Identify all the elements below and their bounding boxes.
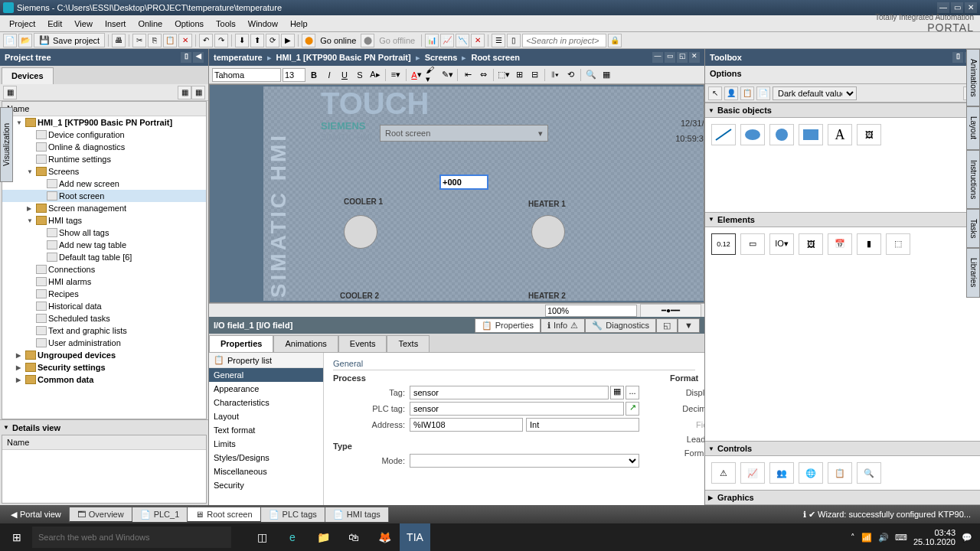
search-input[interactable] bbox=[522, 34, 606, 47]
minimize-button[interactable]: — bbox=[937, 2, 949, 13]
tool-paste[interactable]: 📄 bbox=[756, 86, 770, 100]
ellipse-object[interactable] bbox=[740, 124, 765, 145]
subtab-texts[interactable]: Texts bbox=[387, 335, 430, 352]
menu-insert[interactable]: Insert bbox=[99, 18, 132, 30]
menu-options[interactable]: Options bbox=[168, 18, 210, 30]
tree-row[interactable]: ▶Common data bbox=[2, 373, 206, 386]
tree-row[interactable]: Device configuration bbox=[2, 129, 206, 141]
tray-volume-icon[interactable]: 🔊 bbox=[878, 533, 889, 543]
heater1-circle[interactable] bbox=[531, 215, 565, 249]
strike-button[interactable]: S bbox=[353, 68, 367, 82]
tree-btn-1[interactable]: ▦ bbox=[3, 86, 17, 99]
system-tray[interactable]: ˄ 📶 🔊 ⌨ 03:4325.10.2020 💬 bbox=[844, 528, 978, 546]
tree-row[interactable]: Add new screen bbox=[2, 178, 206, 190]
plctag-input[interactable] bbox=[410, 402, 624, 416]
save-project-button[interactable]: 💾 Save project bbox=[34, 33, 105, 47]
portal-view-button[interactable]: ◀ Portal view bbox=[3, 507, 70, 522]
menu-project[interactable]: Project bbox=[3, 18, 41, 30]
align-button[interactable]: ≡▾ bbox=[389, 68, 403, 82]
tag-input[interactable] bbox=[410, 386, 609, 399]
tray-clock[interactable]: 03:4325.10.2020 bbox=[913, 528, 956, 546]
graphicview-element[interactable]: 🖼 bbox=[799, 233, 823, 255]
status-overview[interactable]: 🗔 Overview bbox=[70, 507, 132, 521]
tree-row[interactable]: ▶Ungrouped devices bbox=[2, 349, 206, 361]
group-button[interactable]: ⊞ bbox=[512, 68, 526, 82]
mode-select[interactable] bbox=[410, 454, 639, 468]
tree-row[interactable]: Scheduled tasks bbox=[2, 312, 206, 324]
menu-help[interactable]: Help bbox=[284, 18, 314, 30]
screen-title-field[interactable]: Root screen▾ bbox=[380, 125, 548, 142]
panel-pin-button[interactable]: ◀ bbox=[193, 52, 204, 63]
go-offline-icon[interactable]: ⬤ bbox=[361, 34, 374, 47]
basic-objects-header[interactable]: ▼Basic objects bbox=[705, 103, 980, 118]
ungroup-button[interactable]: ⊟ bbox=[528, 68, 541, 82]
tree-row[interactable]: Recipes bbox=[2, 288, 206, 300]
address-type-input[interactable] bbox=[526, 418, 639, 432]
search-lock-button[interactable]: 🔒 bbox=[608, 34, 622, 47]
cooler1-label[interactable]: COOLER 1 bbox=[344, 197, 383, 206]
screen-canvas[interactable]: SIMATIC HMI TOUCH SIEMENS SIMATIC HMI Ro… bbox=[209, 84, 704, 303]
devices-tab[interactable]: Devices bbox=[2, 67, 54, 84]
tool-pointer[interactable]: ↖ bbox=[708, 86, 722, 100]
firefox-icon[interactable]: 🦊 bbox=[369, 523, 400, 551]
tia-icon[interactable]: TIA bbox=[400, 523, 430, 551]
rotate-button[interactable]: ⟲ bbox=[564, 68, 577, 82]
elements-header[interactable]: ▼Elements bbox=[705, 212, 980, 227]
properties-tab[interactable]: 📋 Properties bbox=[475, 318, 541, 333]
menu-edit[interactable]: Edit bbox=[41, 18, 68, 30]
layout-side-tab[interactable]: Layout bbox=[966, 106, 980, 149]
cooler2-label[interactable]: COOLER 2 bbox=[340, 292, 379, 300]
paste-button[interactable]: 📋 bbox=[163, 34, 177, 47]
panel-collapse-button[interactable]: ▯ bbox=[181, 52, 191, 63]
menu-view[interactable]: View bbox=[68, 18, 99, 30]
go-online-button[interactable]: Go online bbox=[317, 34, 359, 47]
close-button[interactable]: ✕ bbox=[965, 2, 977, 13]
hmi-screen[interactable]: SIMATIC HMI TOUCH SIEMENS SIMATIC HMI Ro… bbox=[263, 86, 704, 301]
editor-close-button[interactable]: ✕ bbox=[689, 52, 700, 63]
editor-float-button[interactable]: ▭ bbox=[665, 52, 675, 63]
systemview-control[interactable]: 🔍 bbox=[857, 462, 881, 484]
zoom-button[interactable]: 🔍 bbox=[584, 68, 598, 82]
menu-online[interactable]: Online bbox=[132, 18, 168, 30]
userview-control[interactable]: 👥 bbox=[769, 462, 794, 484]
tray-notifications-icon[interactable]: 💬 bbox=[962, 533, 972, 543]
alarmview-control[interactable]: ⚠ bbox=[711, 462, 736, 484]
tree-row[interactable]: ▼Screens bbox=[2, 165, 206, 178]
subtab-properties[interactable]: Properties bbox=[209, 335, 273, 352]
tree-row[interactable]: Historical data bbox=[2, 300, 206, 312]
prop-misc[interactable]: Miscellaneous bbox=[209, 465, 323, 478]
prop-appearance[interactable]: Appearance bbox=[209, 382, 323, 396]
tree-row[interactable]: ▼HMI tags bbox=[2, 214, 206, 227]
htmlbrowser-control[interactable]: 🌐 bbox=[799, 462, 823, 484]
status-plc1[interactable]: 📄 PLC_1 bbox=[132, 507, 188, 522]
tree-row[interactable]: Add new tag table bbox=[2, 239, 206, 251]
visualization-tab[interactable]: Visualization bbox=[0, 107, 13, 182]
prop-limits[interactable]: Limits bbox=[209, 437, 323, 451]
fillcolor-button[interactable]: 🖌▾ bbox=[425, 68, 439, 82]
heater2-label[interactable]: HEATER 2 bbox=[528, 292, 566, 300]
tag-ellipsis-button[interactable]: ... bbox=[626, 386, 639, 399]
go-online-icon[interactable]: ⬤ bbox=[302, 34, 315, 47]
iofield-element[interactable]: 0.12 bbox=[711, 233, 736, 255]
print-button[interactable]: 🖶 bbox=[112, 34, 126, 47]
tray-network-icon[interactable]: 📶 bbox=[861, 533, 872, 543]
italic-button[interactable]: I bbox=[322, 68, 336, 82]
delete-button[interactable]: ✕ bbox=[178, 34, 192, 47]
fontcolor-button[interactable]: A▾ bbox=[410, 68, 423, 82]
tool-button-3[interactable]: 📉 bbox=[456, 34, 469, 47]
tasks-side-tab[interactable]: Tasks bbox=[966, 209, 980, 249]
go-offline-button[interactable]: Go offline bbox=[376, 34, 418, 47]
linecolor-button[interactable]: ✎▾ bbox=[440, 68, 454, 82]
underline-button[interactable]: U bbox=[338, 68, 351, 82]
tree-row[interactable]: Default tag table [6] bbox=[2, 251, 206, 263]
io-field[interactable]: +000 bbox=[439, 174, 488, 190]
cut-button[interactable]: ✂ bbox=[132, 34, 146, 47]
tree-row[interactable]: User administration bbox=[2, 337, 206, 349]
order-button[interactable]: ⬚▾ bbox=[497, 68, 511, 82]
tree-row[interactable]: Online & diagnostics bbox=[2, 141, 206, 153]
prop-textformat[interactable]: Text format bbox=[209, 423, 323, 437]
tray-lang-icon[interactable]: ⌨ bbox=[895, 533, 907, 543]
tree-row[interactable]: Root screen bbox=[2, 190, 206, 202]
heater1-label[interactable]: HEATER 1 bbox=[528, 200, 566, 208]
tree-row[interactable]: Text and graphic lists bbox=[2, 324, 206, 337]
